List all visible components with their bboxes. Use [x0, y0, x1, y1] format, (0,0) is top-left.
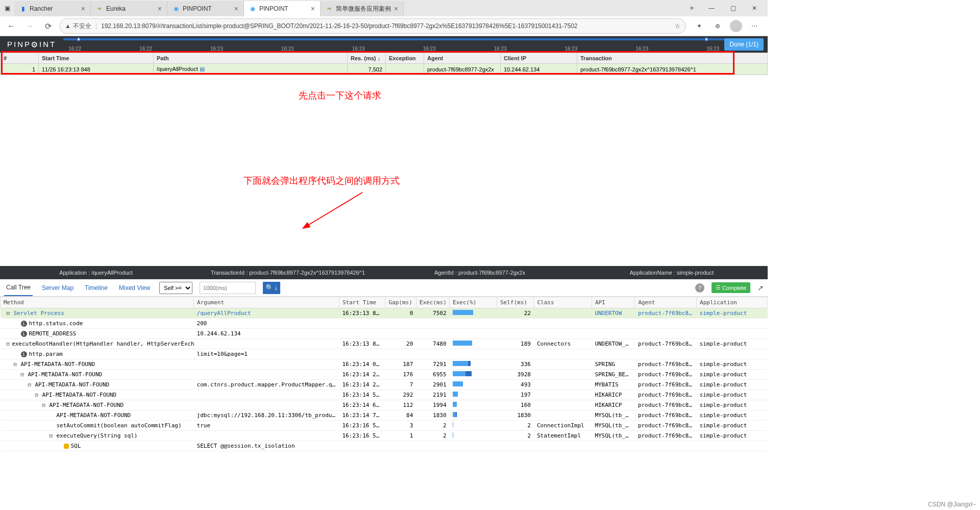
th-method[interactable]: Method [1, 297, 194, 308]
th-num[interactable]: # [1, 53, 39, 64]
browser-tab[interactable]: ◉PINPOINT× [244, 1, 321, 16]
agent: product-7f69bc897… [635, 339, 697, 349]
tab-calltree[interactable]: Call Tree [4, 280, 33, 296]
th-self[interactable]: Self(ms) [497, 297, 533, 308]
close-icon[interactable]: × [234, 5, 238, 13]
class [534, 329, 592, 339]
tab-servermap[interactable]: Server Map [40, 280, 76, 296]
calltree-row[interactable]: API-METADATA-NOT-FOUND jdbc:mysql://192.… [1, 410, 768, 421]
th-ip[interactable]: Client IP [501, 53, 577, 64]
gap: 3 [385, 421, 416, 431]
browser-tab[interactable]: ◉PINPOINT× [167, 1, 244, 16]
th-class[interactable]: Class [534, 297, 592, 308]
profile-avatar[interactable] [730, 20, 742, 32]
title-bar: ▣ ▮Rancher×❧Eureka×◉PINPOINT×◉PINPOINT×❧… [0, 0, 768, 16]
collections-icon[interactable]: ⊕ [712, 20, 724, 32]
toggle-icon[interactable]: ⊟ [42, 402, 47, 408]
url-bar[interactable]: ▲ 不安全 | 192.168.20.13:8079/#/transaction… [59, 18, 686, 34]
th-agent[interactable]: Agent [424, 53, 501, 64]
favorites-icon[interactable]: ✦ [693, 20, 705, 32]
help-icon[interactable]: ? [695, 283, 704, 293]
search-button[interactable]: 🔍↓ [263, 282, 280, 294]
filter-select[interactable]: Self >= [159, 282, 192, 294]
calltree-row[interactable]: ⊟API-METADATA-NOT-FOUND com.ctnrs.produc… [1, 380, 768, 390]
self [497, 349, 533, 359]
method-name: API-METADATA-NOT-FOUND [57, 412, 131, 419]
calltree-row[interactable]: ⊟API-METADATA-NOT-FOUND 16:23:14 530 292… [1, 390, 768, 400]
close-icon[interactable]: × [311, 5, 315, 13]
close-icon[interactable]: × [81, 5, 85, 13]
calltree-row[interactable]: ⊟executeRootHandler(HttpHandler handler,… [1, 339, 768, 349]
toggle-icon[interactable]: ⊟ [50, 432, 55, 439]
close-icon[interactable]: × [158, 5, 162, 13]
th-res[interactable]: Res. (ms) ↓ [348, 53, 386, 64]
th-app[interactable]: Application [697, 297, 768, 308]
rancher-icon: ▮ [19, 5, 27, 12]
method-name: Servlet Process [14, 310, 64, 317]
filter-input[interactable] [200, 282, 256, 294]
browser-tab[interactable]: ❧简单微服务应用案例× [321, 1, 404, 16]
calltree-row[interactable]: SQL SELECT @@session.tx_isolation [1, 441, 768, 451]
browser-tab[interactable]: ▮Rancher× [14, 1, 91, 16]
refresh-button[interactable]: ⟳ [41, 19, 55, 33]
toggle-icon[interactable]: ⊟ [21, 371, 26, 378]
back-button[interactable]: ← [4, 19, 18, 33]
th-txn[interactable]: Transaction [577, 53, 768, 64]
calltree-row[interactable]: ⊟API-METADATA-NOT-FOUND 16:23:14 231 176… [1, 370, 768, 380]
th-start[interactable]: Start Time [339, 297, 385, 308]
th-agent[interactable]: Agent [635, 297, 697, 308]
close-icon[interactable]: × [394, 5, 398, 13]
calltree-row[interactable]: iREMOTE_ADDRESS 10.244.62.134 [1, 329, 768, 339]
th-start[interactable]: Start Time [39, 53, 154, 64]
method-name: API-METADATA-NOT-FOUND [35, 381, 110, 388]
tab-overview-icon[interactable]: ▣ [0, 1, 14, 15]
maximize-button[interactable]: ▢ [726, 1, 740, 15]
timeline[interactable]: 16:2216:2216:2316:2316:2316:2316:2316:23… [63, 36, 724, 53]
toggle-icon[interactable]: ⊟ [7, 341, 10, 347]
th-execp[interactable]: Exec(%) [450, 297, 497, 308]
close-button[interactable]: ✕ [747, 1, 762, 15]
tab-title: PINPOINT [259, 5, 308, 12]
class [534, 370, 592, 380]
tab-timeline[interactable]: Timeline [83, 280, 110, 296]
calltree-row[interactable]: ihttp.status.code 200 [1, 319, 768, 329]
toggle-icon[interactable]: ⊟ [35, 392, 40, 398]
th-exc[interactable]: Exception [386, 53, 424, 64]
method-name: REMOTE_ADDRESS [29, 330, 77, 337]
calltree-row[interactable]: ⊟API-METADATA-NOT-FOUND 16:23:14 055 187… [1, 359, 768, 370]
new-tab-button[interactable]: + [685, 1, 698, 16]
toggle-icon[interactable]: ⊟ [7, 310, 12, 317]
th-gap[interactable]: Gap(ms) [385, 297, 416, 308]
menu-icon[interactable]: ⋯ [748, 20, 761, 32]
minimize-button[interactable]: — [704, 1, 719, 15]
calltree-row[interactable]: setAutoCommit(boolean autoCommitFlag) tr… [1, 421, 768, 431]
tab-mixedview[interactable]: Mixed View [117, 280, 152, 296]
exec-bar [450, 410, 497, 421]
tab-title: 简单微服务应用案例 [336, 5, 391, 13]
argument: jdbc:mysql://192.168.20.11:3306/tb_produ… [194, 410, 339, 421]
calltree-row[interactable]: ⊟executeQuery(String sql) 16:23:16 562 1… [1, 431, 768, 441]
info-icon: i [21, 351, 27, 357]
argument: com.ctnrs.product.mapper.ProductMapper.q… [194, 380, 339, 390]
api [592, 349, 635, 359]
api: MYSQL(tb_pr… [592, 421, 635, 431]
toggle-icon[interactable]: ⊟ [14, 361, 19, 368]
transaction-row[interactable]: 1 11/26 16:23:13 848 /queryAllProduct ▤ … [1, 64, 768, 75]
export-icon[interactable]: ↗ [757, 284, 764, 292]
detail-header: Application : /queryAllProduct Transacti… [0, 266, 768, 279]
start-time: 16:23:14 642 [339, 400, 385, 410]
method-name: API-METADATA-NOT-FOUND [50, 402, 124, 408]
th-arg[interactable]: Argument [194, 297, 339, 308]
forward-button[interactable]: → [22, 19, 37, 33]
app [697, 329, 768, 339]
th-exec[interactable]: Exec(ms) [416, 297, 449, 308]
browser-tab[interactable]: ❧Eureka× [91, 1, 167, 16]
th-api[interactable]: API [592, 297, 635, 308]
calltree-row[interactable]: ⊟Servlet Process /queryAllProduct 16:23:… [1, 308, 768, 319]
toggle-icon[interactable]: ⊟ [28, 381, 33, 388]
calltree-row[interactable]: ihttp.param limit=10&page=1 [1, 349, 768, 359]
leaf-icon: ❧ [96, 5, 103, 12]
calltree-row[interactable]: ⊟API-METADATA-NOT-FOUND 16:23:14 642 112… [1, 400, 768, 410]
th-path[interactable]: Path [154, 53, 348, 64]
favorite-icon[interactable]: ☆ [675, 22, 680, 30]
